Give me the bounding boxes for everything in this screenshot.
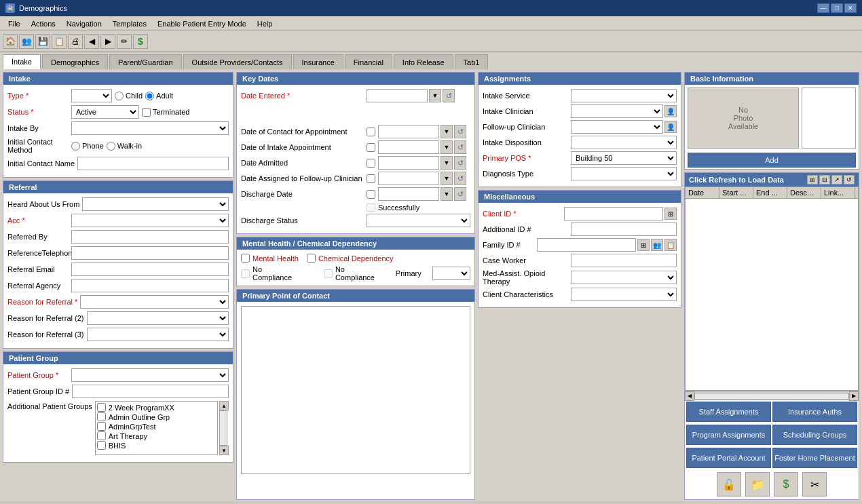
additional-id-input[interactable] <box>571 222 677 236</box>
date-admitted-refresh[interactable]: ↺ <box>454 156 466 170</box>
tab-outside-providers[interactable]: Outside Providers/Contacts <box>183 54 292 69</box>
ref-tel-input[interactable] <box>71 246 229 260</box>
med-assist-select[interactable] <box>571 271 677 284</box>
date-follow-refresh[interactable]: ↺ <box>454 172 466 185</box>
reason-select[interactable] <box>80 295 229 309</box>
poc-textarea[interactable] <box>241 306 470 474</box>
ref-email-input[interactable] <box>71 263 229 276</box>
date-intake-refresh[interactable]: ↺ <box>454 140 466 154</box>
tab-demographics[interactable]: Demographics <box>42 54 108 69</box>
date-contact-refresh[interactable]: ↺ <box>454 125 466 138</box>
toolbar-group[interactable]: 👥 <box>19 34 34 49</box>
date-entered-refresh[interactable]: ↺ <box>443 89 455 102</box>
program-assignments-button[interactable]: Program Assignments <box>686 425 771 445</box>
refresh-icon-3[interactable]: ↗ <box>831 175 842 185</box>
client-id-btn[interactable]: ⊞ <box>664 208 677 220</box>
family-id-input[interactable] <box>537 238 636 252</box>
insurance-auths-button[interactable]: Insurance Auths <box>772 402 857 422</box>
discharge-date-cal[interactable]: ▼ <box>441 187 453 201</box>
phone-radio[interactable] <box>71 142 80 151</box>
date-entered-input[interactable]: 6/18/2021 <box>367 89 428 102</box>
tab-financial[interactable]: Financial <box>345 54 392 69</box>
maximize-button[interactable]: □ <box>831 3 843 13</box>
refresh-icon-4[interactable]: ↺ <box>844 175 855 185</box>
date-entered-cal[interactable]: ▼ <box>429 89 441 102</box>
group-id-input[interactable] <box>72 385 229 398</box>
type-select[interactable] <box>71 89 112 102</box>
menu-file[interactable]: File <box>3 18 26 29</box>
menu-patient-entry[interactable]: Enable Patient Entry Mode <box>152 18 252 29</box>
date-intake-input[interactable]: 6/18/2021 <box>378 140 439 154</box>
refresh-icon-2[interactable]: ⊟ <box>819 175 830 185</box>
terminated-checkbox[interactable] <box>142 108 151 117</box>
bottom-icon-1[interactable]: 🔓 <box>717 472 741 497</box>
family-id-btn2[interactable]: 👥 <box>651 239 663 251</box>
toolbar-arrow-right[interactable]: ▶ <box>100 34 115 49</box>
minimize-button[interactable]: — <box>817 3 829 13</box>
patient-portal-button[interactable]: Patient Portal Account <box>686 448 771 468</box>
discharge-date-refresh[interactable]: ↺ <box>454 187 466 201</box>
tab-insurance[interactable]: Insurance <box>293 54 343 69</box>
toolbar-edit[interactable]: ✏ <box>117 34 132 49</box>
group-check-3[interactable] <box>97 422 106 431</box>
date-follow-input[interactable]: 6/18/2021 <box>378 172 439 185</box>
adult-radio[interactable] <box>145 92 154 100</box>
no-compliance-2-check[interactable] <box>324 269 333 278</box>
date-admitted-check[interactable] <box>367 159 375 168</box>
client-id-input[interactable] <box>564 207 663 220</box>
tab-info-release[interactable]: Info Release <box>394 54 453 69</box>
bottom-icon-2[interactable]: 📁 <box>745 472 770 497</box>
reason2-select[interactable] <box>87 311 229 325</box>
intake-clinician-select[interactable] <box>571 104 663 118</box>
no-compliance-1-check[interactable] <box>241 269 250 278</box>
discharge-date-input[interactable]: 6/18/2021 <box>378 187 439 201</box>
case-worker-input[interactable] <box>571 254 677 267</box>
family-id-btn1[interactable]: ⊞ <box>637 239 650 251</box>
group-check-1[interactable] <box>97 403 106 412</box>
date-follow-cal[interactable]: ▼ <box>441 172 453 185</box>
ref-agency-input[interactable] <box>71 279 229 292</box>
tab-intake[interactable]: Intake <box>3 54 41 69</box>
menu-navigation[interactable]: Navigation <box>61 18 107 29</box>
foster-home-button[interactable]: Foster Home Placement <box>772 448 857 468</box>
successfully-check[interactable] <box>367 203 375 212</box>
walkin-radio[interactable] <box>107 142 115 151</box>
primary-select[interactable] <box>432 267 470 280</box>
group-scroll-up[interactable]: ▲ <box>219 401 229 410</box>
family-id-btn3[interactable]: 📋 <box>664 239 677 251</box>
discharge-date-check[interactable] <box>367 190 375 199</box>
toolbar-home[interactable]: 🏠 <box>3 34 18 49</box>
toolbar-arrow-left[interactable]: ◀ <box>84 34 99 49</box>
primary-pos-select[interactable]: Building 50 <box>571 151 677 165</box>
tab-tab1[interactable]: Tab1 <box>455 54 489 69</box>
toolbar-copy[interactable]: 📋 <box>52 34 67 49</box>
date-contact-cal[interactable]: ▼ <box>441 125 453 138</box>
menu-actions[interactable]: Actions <box>26 18 61 29</box>
date-intake-cal[interactable]: ▼ <box>441 140 453 154</box>
referred-by-input[interactable] <box>71 230 229 244</box>
intake-by-select[interactable] <box>71 121 229 135</box>
terminated-label[interactable]: Terminated <box>142 108 189 117</box>
bottom-icon-3[interactable]: $ <box>774 472 798 497</box>
close-button[interactable]: ✕ <box>844 3 857 13</box>
menu-help[interactable]: Help <box>252 18 278 29</box>
follow-clinician-btn[interactable]: 👤 <box>664 121 677 133</box>
intake-service-select[interactable] <box>571 89 677 102</box>
reason3-select[interactable] <box>87 328 229 341</box>
date-contact-check[interactable] <box>367 128 375 136</box>
date-follow-check[interactable] <box>367 174 375 183</box>
scroll-left[interactable]: ◀ <box>685 391 694 401</box>
phone-radio-label[interactable]: Phone <box>71 142 104 151</box>
status-select[interactable]: Active Inactive Closed <box>71 105 139 119</box>
walkin-radio-label[interactable]: Walk-in <box>107 142 142 151</box>
intake-disposition-select[interactable] <box>571 136 677 149</box>
chem-dep-check[interactable] <box>307 254 316 263</box>
toolbar-print[interactable]: 🖨 <box>68 34 83 49</box>
heard-about-select[interactable] <box>82 197 229 211</box>
toolbar-dollar[interactable]: $ <box>133 34 148 49</box>
intake-clinician-btn[interactable]: 👤 <box>664 105 677 117</box>
child-radio-label[interactable]: Child <box>115 92 143 100</box>
group-check-5[interactable] <box>97 441 106 450</box>
date-contact-input[interactable]: 6/18/2021 <box>378 125 439 138</box>
date-admitted-cal[interactable]: ▼ <box>441 156 453 170</box>
